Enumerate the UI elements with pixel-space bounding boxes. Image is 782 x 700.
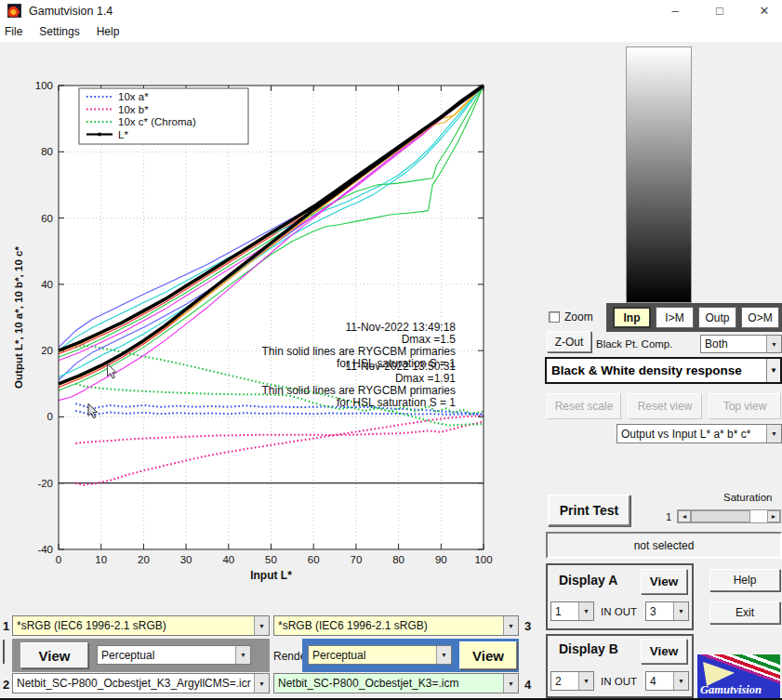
svg-text:Thin solid lines are RYGCBM pr: Thin solid lines are RYGCBM primaries xyxy=(261,384,456,397)
saturation-slider[interactable]: ◄ ► xyxy=(677,509,781,523)
left-view-button[interactable]: View xyxy=(20,642,88,668)
display-b-out-select[interactable]: 4 ▼ xyxy=(645,671,689,691)
display-a-inout-label: IN OUT xyxy=(601,606,637,617)
svg-text:20: 20 xyxy=(138,554,150,565)
dropdown-arrow-icon[interactable]: ▼ xyxy=(503,616,518,635)
slot4-index: 4 xyxy=(524,678,531,692)
chart-legend: 10x a*10x b*10x c* (Chroma)L* xyxy=(79,88,248,144)
app-icon xyxy=(7,4,21,18)
menu-bar: File Settings Help xyxy=(0,21,782,42)
svg-text:-20: -20 xyxy=(37,478,53,489)
display-b-title: Display B xyxy=(559,641,618,656)
outp-button[interactable]: Outp xyxy=(698,307,736,328)
saturation-slider-thumb[interactable] xyxy=(691,510,750,522)
dropdown-arrow-icon[interactable]: ▼ xyxy=(766,336,781,352)
display-a-title: Display A xyxy=(559,573,617,588)
right-view-button[interactable]: View xyxy=(459,641,517,669)
display-a-view-button[interactable]: View xyxy=(641,569,687,594)
svg-text:40: 40 xyxy=(41,279,53,290)
gamutvision-logo: Gamutvision xyxy=(697,654,780,698)
scroll-right-icon[interactable]: ► xyxy=(767,510,780,522)
svg-text:0: 0 xyxy=(56,554,61,565)
svg-text:for HSL saturation S = 1: for HSL saturation S = 1 xyxy=(337,396,456,409)
display-b-view-button[interactable]: View xyxy=(641,639,687,664)
logo-text: Gamutvision xyxy=(700,683,762,697)
svg-text:50: 50 xyxy=(265,554,277,565)
svg-text:100: 100 xyxy=(474,554,492,565)
minimize-icon[interactable]: – xyxy=(667,4,683,18)
response-type-select[interactable]: Black & White density response ▼ xyxy=(545,357,782,384)
profile-3-select[interactable]: *sRGB (IEC6 1996-2.1 sRGB) ▼ xyxy=(273,615,519,636)
menu-settings[interactable]: Settings xyxy=(31,22,87,41)
svg-text:80: 80 xyxy=(392,554,404,565)
menu-help[interactable]: Help xyxy=(88,22,128,41)
svg-text:L*: L* xyxy=(118,129,128,140)
output-to-monitor-button[interactable]: O>M xyxy=(741,307,779,328)
display-a-in-select[interactable]: 1 ▼ xyxy=(550,601,594,621)
vertical-divider-icon xyxy=(3,640,5,664)
scroll-left-icon[interactable]: ◄ xyxy=(678,510,691,522)
svg-text:10x b*: 10x b* xyxy=(118,104,149,115)
top-view-button[interactable]: Top view xyxy=(709,393,781,419)
display-a-out-select[interactable]: 3 ▼ xyxy=(645,601,689,621)
slot1-index: 1 xyxy=(3,619,9,633)
svg-text:11-Nov-2022 13:50:31: 11-Nov-2022 13:50:31 xyxy=(345,360,456,373)
black-pt-comp-select[interactable]: Both ▼ xyxy=(700,335,782,353)
menu-file[interactable]: File xyxy=(0,22,31,41)
dropdown-arrow-icon[interactable]: ▼ xyxy=(673,672,688,690)
saturation-slider-track[interactable] xyxy=(691,510,767,522)
inp-button[interactable]: Inp xyxy=(613,307,651,328)
title-bar: Gamutvision 1.4 – □ ✕ xyxy=(0,0,782,21)
svg-text:-40: -40 xyxy=(37,544,53,555)
z-out-button[interactable]: Z-Out xyxy=(547,331,591,352)
right-intent-select[interactable]: Perceptual ▼ xyxy=(308,645,452,665)
dropdown-arrow-icon[interactable]: ▼ xyxy=(254,674,269,693)
dropdown-arrow-icon[interactable]: ▼ xyxy=(673,602,688,620)
slot2-index: 2 xyxy=(3,678,9,692)
svg-text:Dmax =1.91: Dmax =1.91 xyxy=(395,372,456,385)
dropdown-arrow-icon[interactable]: ▼ xyxy=(578,672,593,690)
saturation-value: 1 xyxy=(666,511,671,522)
print-test-button[interactable]: Print Test xyxy=(548,495,630,526)
black-pt-comp-label: Black Pt. Comp. xyxy=(596,338,672,350)
grayscale-gradient-bar xyxy=(626,46,692,303)
left-intent-select[interactable]: Perceptual ▼ xyxy=(97,645,251,665)
x-axis-label: Input L* xyxy=(250,569,292,582)
svg-text:10: 10 xyxy=(95,554,107,565)
close-icon[interactable]: ✕ xyxy=(756,4,773,18)
profile-4-select[interactable]: Netbit_SC-P800_Ocbestjet_K3=.icm ▼ xyxy=(273,673,519,693)
exit-button[interactable]: Exit xyxy=(709,601,780,624)
svg-text:0: 0 xyxy=(47,411,53,422)
profile-2-select[interactable]: Netbit_SC-P800_Ocbestjet_K3_ArgyllCMS=.i… xyxy=(12,673,270,693)
dropdown-arrow-icon[interactable]: ▼ xyxy=(578,602,593,620)
svg-text:60: 60 xyxy=(308,554,320,565)
dropdown-arrow-icon[interactable]: ▼ xyxy=(503,674,518,693)
dropdown-arrow-icon[interactable]: ▼ xyxy=(436,646,451,664)
reset-view-button[interactable]: Reset view xyxy=(628,393,702,419)
profile-1-select[interactable]: *sRGB (IEC6 1996-2.1 sRGB) ▼ xyxy=(12,615,270,636)
reset-scale-button[interactable]: Reset scale xyxy=(547,393,621,419)
svg-text:Dmax =1.5: Dmax =1.5 xyxy=(402,333,457,346)
svg-text:30: 30 xyxy=(180,554,192,565)
dropdown-arrow-icon[interactable]: ▼ xyxy=(766,425,781,442)
display-b-inout-label: IN OUT xyxy=(601,676,637,687)
y-axis-label: Output L*, 10 a*, 10 b*, 10 c* xyxy=(13,246,24,389)
dropdown-arrow-icon[interactable]: ▼ xyxy=(254,616,269,635)
window-title: Gamutvision 1.4 xyxy=(29,5,113,18)
display-b-in-select[interactable]: 2 ▼ xyxy=(550,671,594,691)
svg-text:11-Nov-2022 13:49:18: 11-Nov-2022 13:49:18 xyxy=(345,321,456,334)
density-response-chart: 0102030405060708090100-40-20020406080100… xyxy=(0,42,544,646)
help-button[interactable]: Help xyxy=(709,569,780,591)
status-box: not selected xyxy=(546,532,782,559)
svg-text:100: 100 xyxy=(35,80,53,91)
plot-type-select[interactable]: Output vs Input L* a* b* c* ▼ xyxy=(616,424,782,443)
dropdown-arrow-icon[interactable]: ▼ xyxy=(235,646,250,664)
dropdown-arrow-icon[interactable]: ▼ xyxy=(766,359,780,382)
zoom-checkbox[interactable] xyxy=(549,311,560,323)
gamutvision-window: Gamutvision 1.4 – □ ✕ File Settings Help… xyxy=(0,0,782,700)
svg-text:80: 80 xyxy=(41,146,53,157)
maximize-icon[interactable]: □ xyxy=(711,4,728,18)
input-to-monitor-button[interactable]: I>M xyxy=(656,307,694,328)
svg-text:20: 20 xyxy=(41,345,53,356)
svg-text:10x a*: 10x a* xyxy=(118,91,149,102)
